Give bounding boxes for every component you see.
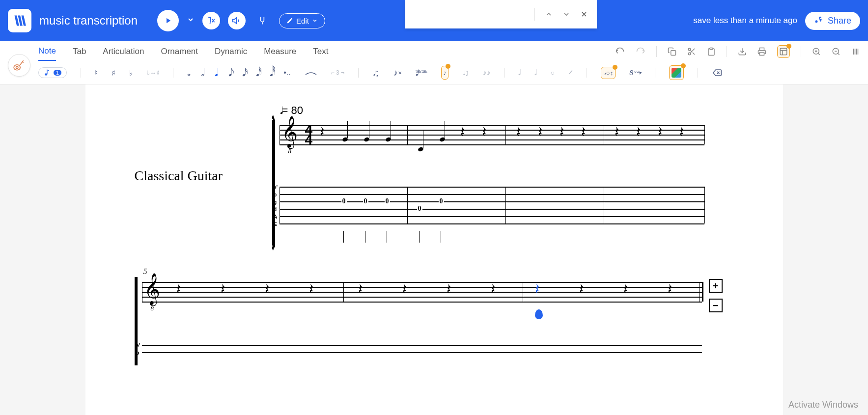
redo-icon[interactable] bbox=[636, 47, 645, 56]
svg-point-2 bbox=[688, 53, 691, 55]
instrument-fab[interactable] bbox=[8, 54, 30, 77]
find-replace-panel bbox=[405, 0, 597, 28]
tab-measure[interactable]: Measure bbox=[264, 43, 296, 60]
speaker-icon[interactable] bbox=[228, 12, 246, 29]
edit-label: Edit bbox=[296, 17, 309, 25]
print-icon[interactable] bbox=[757, 47, 766, 56]
cue-note-icon[interactable]: ○ bbox=[550, 69, 554, 77]
bars-icon[interactable] bbox=[851, 47, 860, 56]
play-options-dropdown[interactable] bbox=[187, 16, 195, 26]
svg-rect-3 bbox=[710, 48, 713, 50]
unbeam-icon[interactable]: ♪✕ bbox=[393, 68, 402, 78]
download-icon[interactable] bbox=[738, 47, 747, 56]
share-button[interactable]: Share bbox=[805, 12, 860, 30]
voice-number: 1 bbox=[54, 70, 61, 76]
svg-point-9 bbox=[16, 66, 18, 68]
share-label: Share bbox=[828, 16, 851, 26]
next-result-icon[interactable] bbox=[562, 10, 570, 18]
copy-icon[interactable] bbox=[668, 47, 676, 56]
tuplet-icon[interactable]: ⌐ 3 ¬ bbox=[331, 69, 344, 76]
svg-rect-0 bbox=[671, 51, 676, 55]
undo-icon[interactable] bbox=[615, 47, 625, 56]
close-panel-icon[interactable] bbox=[580, 10, 588, 18]
svg-point-7 bbox=[45, 73, 47, 76]
document-title[interactable]: music transcription bbox=[39, 14, 138, 28]
svg-rect-4 bbox=[780, 48, 787, 55]
tab-ornament[interactable]: Ornament bbox=[161, 43, 198, 60]
sharp-icon[interactable]: ♯ bbox=[112, 68, 115, 78]
color-picker-icon[interactable] bbox=[669, 65, 684, 80]
tremolo-icon[interactable]: 𝅘𝅥𝆮𝆮 bbox=[416, 68, 427, 78]
tuning-fork-icon[interactable] bbox=[253, 12, 271, 29]
tab-articulation[interactable]: Articulation bbox=[103, 43, 144, 60]
paste-icon[interactable] bbox=[707, 47, 716, 56]
tab-note[interactable]: Note bbox=[38, 42, 56, 61]
zoom-out-icon[interactable] bbox=[832, 47, 840, 56]
natural-icon[interactable]: ♮ bbox=[95, 68, 98, 78]
beam-icon[interactable]: ♫ bbox=[372, 67, 380, 79]
zoom-in-icon[interactable] bbox=[812, 47, 821, 56]
beam-break-icon[interactable]: ♪♪ bbox=[482, 68, 490, 77]
tie-icon[interactable] bbox=[305, 70, 317, 76]
cut-icon[interactable] bbox=[687, 47, 696, 56]
flat-icon[interactable]: ♭ bbox=[129, 68, 133, 78]
prev-result-icon[interactable] bbox=[545, 10, 553, 18]
note-voice-pill[interactable]: 1 bbox=[38, 67, 67, 78]
dot-icon[interactable]: •.. bbox=[283, 68, 291, 77]
transpose-icon[interactable]: ♭○↕ bbox=[601, 67, 616, 79]
ghost-note-icon[interactable]: 𝅘𝅥. bbox=[518, 68, 520, 77]
beam-group-icon[interactable]: ♫ bbox=[462, 68, 469, 78]
fx-icon[interactable] bbox=[202, 12, 220, 29]
tab-text[interactable]: Text bbox=[313, 43, 328, 60]
svg-point-1 bbox=[688, 48, 691, 51]
app-logo[interactable] bbox=[8, 9, 31, 32]
save-status: save less than a minute ago bbox=[693, 16, 797, 26]
dead-note-icon[interactable]: 𝅗𝅥. bbox=[534, 68, 536, 77]
edit-mode-button[interactable]: Edit bbox=[279, 13, 325, 28]
play-button[interactable] bbox=[157, 10, 179, 31]
layout-icon[interactable] bbox=[777, 45, 790, 58]
enharmonic-icon[interactable]: ♭↔♯ bbox=[147, 69, 159, 77]
tab-dynamic[interactable]: Dynamic bbox=[215, 43, 247, 60]
grace-note-icon[interactable]: 𝆕 bbox=[441, 66, 448, 80]
tab-tab[interactable]: Tab bbox=[73, 43, 86, 60]
svg-point-8 bbox=[14, 65, 20, 70]
ottava-icon[interactable]: 8ᵛᵃ ▾ bbox=[629, 69, 641, 77]
slash-note-icon[interactable]: 𝄍 bbox=[568, 68, 573, 78]
delete-icon[interactable] bbox=[712, 68, 723, 77]
